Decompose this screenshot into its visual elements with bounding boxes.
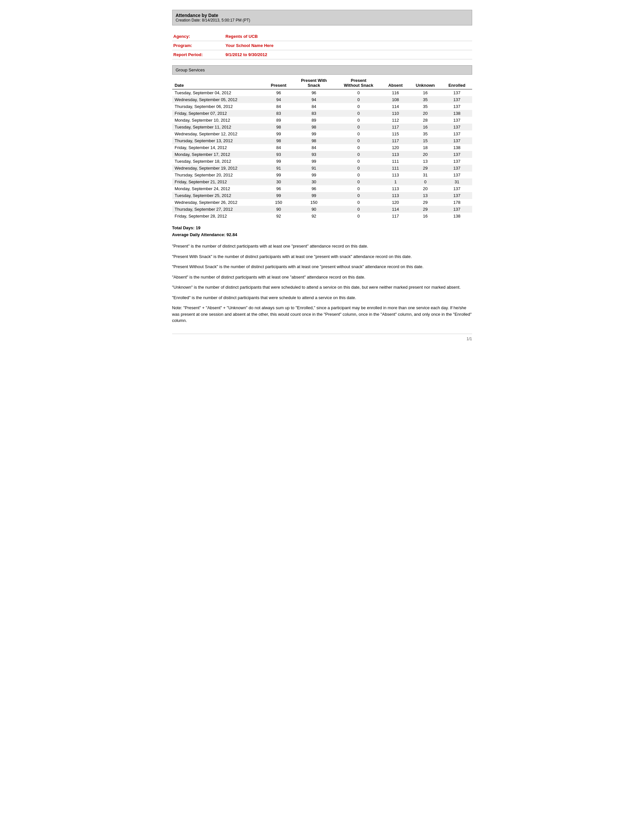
table-cell: 0	[335, 192, 382, 199]
table-cell: 16	[409, 123, 442, 130]
table-cell: 35	[409, 96, 442, 103]
table-row: Monday, September 24, 20129696011320137	[172, 185, 472, 192]
table-cell: 90	[293, 206, 335, 213]
table-cell: 113	[382, 172, 409, 179]
table-cell: 98	[264, 137, 293, 144]
col-header-present-with-snack: Present With Snack	[293, 76, 335, 89]
table-cell: 137	[442, 172, 472, 179]
table-cell: Wednesday, September 26, 2012	[172, 199, 265, 206]
table-row: Wednesday, September 26, 201215015001202…	[172, 199, 472, 206]
table-cell: 84	[293, 103, 335, 110]
table-cell: 137	[442, 158, 472, 165]
table-cell: 150	[264, 199, 293, 206]
table-cell: 94	[264, 96, 293, 103]
table-cell: 0	[335, 89, 382, 97]
table-cell: 30	[264, 179, 293, 185]
table-cell: Tuesday, September 25, 2012	[172, 192, 265, 199]
table-row: Friday, September 21, 2012303001031	[172, 179, 472, 185]
table-cell: 13	[409, 158, 442, 165]
table-cell: Tuesday, September 04, 2012	[172, 89, 265, 97]
table-cell: 99	[293, 130, 335, 137]
table-cell: Tuesday, September 18, 2012	[172, 158, 265, 165]
table-cell: 99	[293, 192, 335, 199]
program-label: Program:	[172, 41, 224, 50]
footnote: "Enrolled" is the number of distinct par…	[172, 294, 472, 301]
table-cell: 0	[335, 123, 382, 130]
meta-table: Agency: Regents of UCB Program: Your Sch…	[172, 32, 472, 59]
table-cell: 29	[409, 206, 442, 213]
table-cell: 28	[409, 117, 442, 123]
table-cell: 96	[293, 185, 335, 192]
table-cell: 178	[442, 199, 472, 206]
report-title: Attendance by Date	[176, 13, 469, 18]
table-cell: 91	[264, 165, 293, 172]
table-cell: Monday, September 17, 2012	[172, 151, 265, 158]
table-cell: 137	[442, 165, 472, 172]
table-cell: 0	[335, 185, 382, 192]
table-cell: 92	[264, 213, 293, 219]
footnote: "Present With Snack" is the number of di…	[172, 253, 472, 260]
table-row: Thursday, September 06, 2012848401143513…	[172, 103, 472, 110]
table-cell: 117	[382, 137, 409, 144]
table-cell: Friday, September 21, 2012	[172, 179, 265, 185]
table-cell: 16	[409, 89, 442, 97]
table-row: Friday, September 28, 20129292011716138	[172, 213, 472, 219]
table-cell: 18	[409, 144, 442, 151]
table-row: Tuesday, September 11, 20129898011716137	[172, 123, 472, 130]
table-cell: 113	[382, 185, 409, 192]
table-cell: 90	[264, 206, 293, 213]
table-cell: 138	[442, 213, 472, 219]
table-cell: 117	[382, 213, 409, 219]
table-row: Tuesday, September 25, 20129999011313137	[172, 192, 472, 199]
table-cell: 137	[442, 206, 472, 213]
table-cell: 137	[442, 103, 472, 110]
table-cell: 120	[382, 199, 409, 206]
table-cell: 0	[335, 179, 382, 185]
table-cell: 114	[382, 206, 409, 213]
table-cell: Wednesday, September 19, 2012	[172, 165, 265, 172]
table-row: Thursday, September 20, 2012999901133113…	[172, 172, 472, 179]
table-cell: 99	[264, 172, 293, 179]
col-header-unknown: Unknown	[409, 76, 442, 89]
table-cell: 110	[382, 110, 409, 117]
table-row: Friday, September 07, 20128383011020138	[172, 110, 472, 117]
table-cell: Thursday, September 27, 2012	[172, 206, 265, 213]
table-cell: 29	[409, 165, 442, 172]
table-cell: 92	[293, 213, 335, 219]
table-cell: 120	[382, 144, 409, 151]
table-header-row: Date Present Present With Snack Present …	[172, 76, 472, 89]
table-cell: 98	[293, 123, 335, 130]
table-cell: 93	[264, 151, 293, 158]
table-cell: 89	[293, 117, 335, 123]
table-cell: 137	[442, 151, 472, 158]
report-period-row: Report Period: 9/1/2012 to 9/30/2012	[172, 50, 472, 59]
col-header-enrolled: Enrolled	[442, 76, 472, 89]
table-cell: 0	[335, 103, 382, 110]
table-cell: 35	[409, 130, 442, 137]
table-cell: 0	[335, 213, 382, 219]
table-cell: 96	[293, 89, 335, 97]
table-cell: 99	[293, 158, 335, 165]
table-cell: 138	[442, 144, 472, 151]
table-cell: 30	[293, 179, 335, 185]
agency-row: Agency: Regents of UCB	[172, 32, 472, 41]
table-cell: 31	[442, 179, 472, 185]
table-cell: 83	[264, 110, 293, 117]
table-cell: 150	[293, 199, 335, 206]
table-row: Monday, September 17, 20129393011320137	[172, 151, 472, 158]
table-cell: 31	[409, 172, 442, 179]
total-days: Total Days: 19	[172, 226, 472, 230]
table-cell: 99	[264, 192, 293, 199]
col-header-absent: Absent	[382, 76, 409, 89]
footnote: "Present Without Snack" is the number of…	[172, 263, 472, 270]
table-cell: 137	[442, 137, 472, 144]
table-cell: 116	[382, 89, 409, 97]
table-cell: 138	[442, 110, 472, 117]
table-cell: 137	[442, 130, 472, 137]
table-cell: 84	[264, 103, 293, 110]
table-cell: 84	[264, 144, 293, 151]
table-cell: 96	[264, 185, 293, 192]
col-header-date: Date	[172, 76, 265, 89]
table-cell: 112	[382, 117, 409, 123]
table-cell: 15	[409, 137, 442, 144]
